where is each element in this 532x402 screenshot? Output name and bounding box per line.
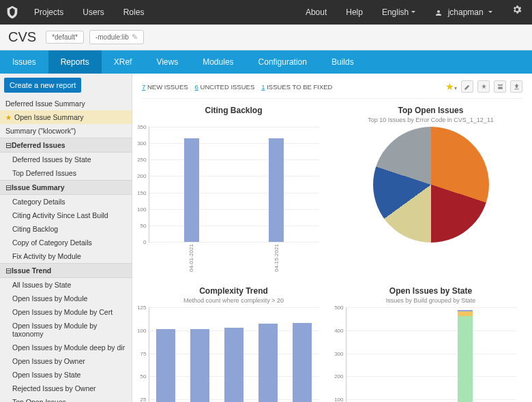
nav-about[interactable]: About: [296, 0, 336, 25]
tab-issues[interactable]: Issues: [0, 50, 48, 74]
sidebar-item[interactable]: Citing Activity Since Last Build: [0, 208, 132, 222]
tabstrip: Issues Reports XRef Views Modules Config…: [0, 50, 532, 74]
brand-logo[interactable]: [0, 0, 25, 25]
sidebar-item[interactable]: Open Issues by Owner: [0, 354, 132, 368]
action-icon-3[interactable]: [494, 80, 506, 93]
sidebar-item[interactable]: Deferred Issues by State: [0, 153, 132, 166]
create-report-button[interactable]: Create a new report: [4, 78, 81, 93]
action-icon-2[interactable]: [477, 80, 490, 93]
chart-title: Citing Backlog: [205, 106, 262, 115]
language-menu[interactable]: English: [372, 0, 425, 25]
sidebar-item[interactable]: Open Issue Summary: [0, 110, 132, 124]
sidebar-item[interactable]: All Issues by State: [0, 278, 132, 292]
chart-panel-top_open_issues: Top Open IssuesTop 10 Issues by Error Co…: [339, 106, 522, 277]
uncited-issues-link[interactable]: 6: [195, 83, 198, 91]
sidebar-group-title[interactable]: ⊟ Issue Summary: [0, 180, 132, 195]
nav-projects[interactable]: Projects: [25, 0, 73, 25]
action-icon-4[interactable]: [510, 80, 522, 93]
tab-xref[interactable]: XRef: [102, 50, 145, 74]
sidebar: Create a new report Deferred Issue Summa…: [0, 74, 132, 402]
sidebar-item[interactable]: Copy of Category Details: [0, 236, 132, 249]
sidebar-item[interactable]: Category Details: [0, 195, 132, 208]
chart-title: Complexity Trend: [199, 286, 268, 296]
subheader: CVS *default* -module:lib✎: [0, 25, 532, 50]
bar[interactable]: [258, 324, 278, 402]
filter-pill-1[interactable]: -module:lib✎: [89, 30, 144, 44]
chart-subtitle: Top 10 Issues by Error Code in CVS_1_12_…: [368, 117, 494, 124]
tab-configuration[interactable]: Configuration: [246, 50, 319, 74]
chart-subtitle: Method count where complexity > 20: [183, 297, 284, 305]
chart-panel-citing_backlog: Citing Backlog05010015020025030035004-01…: [142, 106, 325, 277]
pie-chart[interactable]: [373, 127, 489, 243]
bar[interactable]: [293, 323, 312, 402]
sidebar-group-title[interactable]: ⊟ Deferred Issues: [0, 138, 132, 153]
sidebar-item[interactable]: Top Open Issues: [0, 395, 132, 402]
filter-pill-0[interactable]: *default*: [46, 31, 84, 44]
bar[interactable]: [224, 328, 243, 402]
settings-icon[interactable]: [502, 0, 532, 25]
topbar: Projects Users Roles About Help English …: [0, 0, 532, 25]
sidebar-item[interactable]: Summary ("klocwork"): [0, 124, 132, 138]
tab-builds[interactable]: Builds: [319, 50, 366, 74]
nav-roles[interactable]: Roles: [114, 0, 154, 25]
sidebar-item[interactable]: Open Issues by Module by taxonomy: [0, 319, 132, 341]
tofix-issues-link[interactable]: 1: [261, 83, 265, 91]
sidebar-item[interactable]: Open Issues by Module deep by dir: [0, 341, 132, 354]
tab-reports[interactable]: Reports: [48, 50, 102, 74]
chart-subtitle: Issues by Build grouped by State: [386, 297, 476, 305]
sidebar-group-title[interactable]: ⊟ Issue Trend: [0, 263, 132, 278]
tab-views[interactable]: Views: [144, 50, 190, 74]
chart-panel-complexity_trend: Complexity TrendMethod count where compl…: [142, 286, 325, 402]
project-title: CVS: [8, 29, 36, 45]
sidebar-item[interactable]: Rejected Issues by Owner: [0, 382, 132, 395]
user-menu[interactable]: jchapman: [425, 0, 502, 25]
favorite-icon[interactable]: ★▾: [445, 81, 457, 92]
sidebar-item[interactable]: Fix Activity by Module: [0, 249, 132, 263]
sidebar-item[interactable]: Top Deferred Issues: [0, 166, 132, 180]
content-area: 7 NEW ISSUES 6 UNCITED ISSUES 1 ISSUES T…: [132, 74, 532, 402]
bar[interactable]: [156, 329, 175, 402]
nav-help[interactable]: Help: [336, 0, 372, 25]
sidebar-item[interactable]: Open Issues by Module: [0, 292, 132, 305]
sidebar-item[interactable]: Citing Backlog: [0, 222, 132, 236]
nav-users[interactable]: Users: [73, 0, 113, 25]
user-name: jchapman: [448, 7, 484, 17]
bar[interactable]: [190, 329, 209, 402]
x-tick-label: 04-01-2021: [188, 244, 194, 277]
tab-modules[interactable]: Modules: [190, 50, 246, 74]
stacked-bar[interactable]: [458, 310, 473, 402]
action-icon-1[interactable]: [461, 80, 473, 93]
new-issues-link[interactable]: 7: [142, 83, 145, 91]
sidebar-item[interactable]: Open Issues by Module by Cert: [0, 305, 132, 319]
edit-icon[interactable]: ✎: [132, 33, 138, 42]
infobar: 7 NEW ISSUES 6 UNCITED ISSUES 1 ISSUES T…: [142, 79, 522, 99]
bar[interactable]: [184, 138, 199, 242]
sidebar-item[interactable]: Deferred Issue Summary: [0, 97, 132, 110]
sidebar-item[interactable]: Open Issues by State: [0, 368, 132, 382]
chart-title: Top Open Issues: [398, 106, 464, 115]
bar[interactable]: [269, 138, 284, 242]
chart-panel-open_issues_by_state: Open Issues by StateIssues by Build grou…: [339, 286, 522, 402]
chart-title: Open Issues by State: [389, 286, 472, 296]
x-tick-label: 04-15-2021: [274, 244, 280, 277]
